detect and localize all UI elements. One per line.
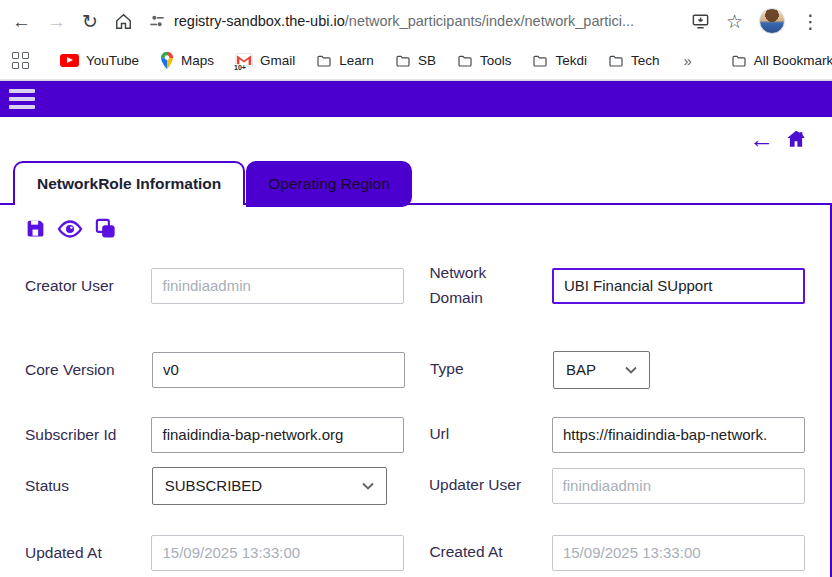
bookmark-star-icon[interactable]: ☆ [726,12,743,31]
youtube-icon [60,54,79,67]
url-label: Url [429,422,552,447]
toolbar-right-group: ☆ ⋮ [691,8,820,34]
all-bookmarks-label: All Bookmarks [754,53,832,68]
url-field[interactable] [552,417,805,453]
all-bookmarks[interactable]: All Bookmarks [724,49,832,73]
updated-at-label: Updated At [25,544,151,562]
folder-icon [608,53,624,69]
bookmark-label: YouTube [86,53,139,68]
bookmark-label: Maps [181,53,214,68]
bookmark-label: Gmail [260,53,295,68]
created-at-label: Created At [429,540,552,565]
bookmark-folder-tools[interactable]: Tools [450,49,519,73]
maps-icon [160,51,174,70]
folder-icon [457,53,473,69]
url-path: /network_participants/index/network_part… [345,13,634,29]
browser-forward-icon: → [47,12,66,31]
bookmark-label: Tekdi [555,53,587,68]
install-app-icon[interactable] [691,12,710,31]
folder-icon [395,53,411,69]
type-select-value: BAP [566,361,596,378]
network-domain-label: Network Domain [429,261,552,311]
bookmark-folder-tekdi[interactable]: Tekdi [525,49,594,73]
gmail-unread-badge: 10+ [233,64,247,71]
browser-toolbar: ← → ↻ registry-sandbox.the-ubi.io/networ… [0,0,832,42]
bookmark-maps[interactable]: Maps [153,47,221,74]
creator-user-label: Creator User [25,277,151,295]
tab-bar: NetworkRole Information Operating Region [13,161,832,203]
form-row: Core Version Type BAP [25,351,805,389]
form-row: Subscriber Id Url [25,417,805,453]
bookmark-folder-learn[interactable]: Learn [309,49,381,73]
updater-user-label: Updater User [429,473,552,498]
chevron-down-icon [362,482,374,490]
save-icon[interactable] [25,218,46,239]
bookmark-youtube[interactable]: YouTube [53,49,146,72]
subscriber-id-label: Subscriber Id [25,426,151,444]
chevron-down-icon [625,366,637,374]
gmail-icon: 10+ [235,53,253,68]
networkrole-form: Creator User Network Domain Core Version… [25,261,805,571]
type-label: Type [430,357,553,382]
url-host: registry-sandbox.the-ubi.io [174,13,345,29]
folder-icon [532,53,548,69]
page-nav: ← [0,117,832,161]
status-select[interactable]: SUBSCRIBED [152,467,387,505]
core-version-label: Core Version [25,361,152,379]
bookmark-label: Tools [480,53,512,68]
created-at-field[interactable] [552,535,805,571]
copy-icon[interactable] [94,217,117,240]
updater-user-field[interactable] [552,468,805,504]
browser-menu-kebab-icon[interactable]: ⋮ [801,12,820,31]
type-select[interactable]: BAP [553,351,650,389]
browser-home-icon[interactable] [114,12,133,31]
tab-operating-region[interactable]: Operating Region [246,161,412,207]
url-text[interactable]: registry-sandbox.the-ubi.io/network_part… [174,13,634,29]
apps-grid-icon[interactable] [10,50,31,71]
bookmark-folder-tech[interactable]: Tech [601,49,667,73]
folder-icon [316,53,332,69]
subscriber-id-field[interactable] [151,417,404,453]
tab-networkrole-information[interactable]: NetworkRole Information [13,161,245,205]
status-label: Status [25,477,152,495]
networkrole-panel: Creator User Network Domain Core Version… [0,203,832,577]
network-domain-field[interactable] [552,268,805,304]
bookmarks-bar: YouTube Maps 10+ Gmail Learn SB [0,42,832,80]
site-security-icon[interactable] [149,13,165,29]
bookmarks-overflow-chevron[interactable]: » [673,52,701,69]
bookmark-label: Tech [631,53,660,68]
browser-back-icon[interactable]: ← [12,12,31,31]
form-row: Updated At Created At [25,535,805,571]
bookmark-label: SB [418,53,436,68]
address-bar[interactable]: registry-sandbox.the-ubi.io/network_part… [149,13,675,29]
app-header [0,80,832,117]
creator-user-field[interactable] [151,268,404,304]
bookmark-folder-sb[interactable]: SB [388,49,443,73]
record-action-icons [25,217,805,240]
folder-icon [731,53,747,69]
page-back-icon[interactable]: ← [749,127,774,152]
status-select-value: SUBSCRIBED [165,477,263,494]
profile-avatar[interactable] [759,8,785,34]
form-row: Status SUBSCRIBED Updater User [25,467,805,505]
form-row: Creator User Network Domain [25,261,805,311]
bookmark-label: Learn [339,53,374,68]
bookmark-gmail[interactable]: 10+ Gmail [228,49,302,72]
hamburger-menu-icon[interactable] [9,85,39,113]
updated-at-field[interactable] [151,535,404,571]
core-version-field[interactable] [152,352,405,388]
view-icon[interactable] [57,219,83,239]
reload-icon[interactable]: ↻ [82,12,98,31]
page-home-icon[interactable] [784,128,808,150]
